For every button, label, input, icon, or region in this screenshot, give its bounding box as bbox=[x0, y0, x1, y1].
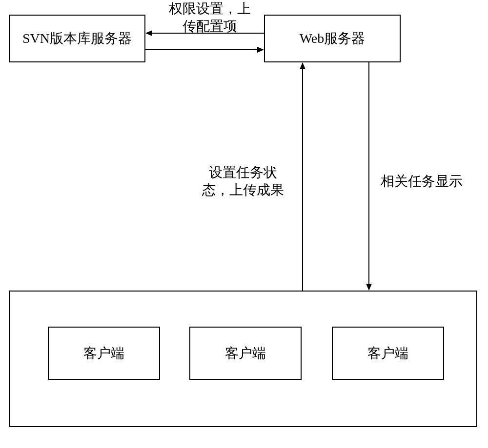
top-arrow-label: 权限设置，上 传配置项 bbox=[161, 0, 259, 36]
client-box-2: 客户端 bbox=[189, 327, 302, 380]
client-box-3: 客户端 bbox=[332, 327, 444, 380]
clients-container: 客户端 客户端 客户端 bbox=[9, 291, 477, 427]
svn-server-box: SVN版本库服务器 bbox=[9, 15, 145, 62]
top-arrow-label-line1: 权限设置，上 bbox=[161, 0, 259, 18]
mid-left-arrow-label: 设置任务状 态，上传成果 bbox=[194, 164, 292, 199]
mid-left-arrow-label-line2: 态，上传成果 bbox=[194, 181, 292, 199]
client-2-label: 客户端 bbox=[225, 344, 266, 363]
client-1-label: 客户端 bbox=[83, 344, 124, 363]
diagram-canvas: SVN版本库服务器 Web服务器 客户端 客户端 客户端 权限设置，上 传配置项… bbox=[0, 0, 488, 448]
mid-right-arrow-label-text: 相关任务显示 bbox=[381, 174, 463, 189]
web-server-box: Web服务器 bbox=[264, 15, 401, 62]
client-box-1: 客户端 bbox=[48, 327, 160, 380]
top-arrow-label-line2: 传配置项 bbox=[161, 18, 259, 35]
mid-left-arrow-label-line1: 设置任务状 bbox=[194, 164, 292, 181]
client-3-label: 客户端 bbox=[367, 344, 408, 363]
svn-server-label: SVN版本库服务器 bbox=[22, 29, 132, 48]
web-server-label: Web服务器 bbox=[300, 29, 366, 48]
mid-right-arrow-label: 相关任务显示 bbox=[373, 173, 470, 190]
